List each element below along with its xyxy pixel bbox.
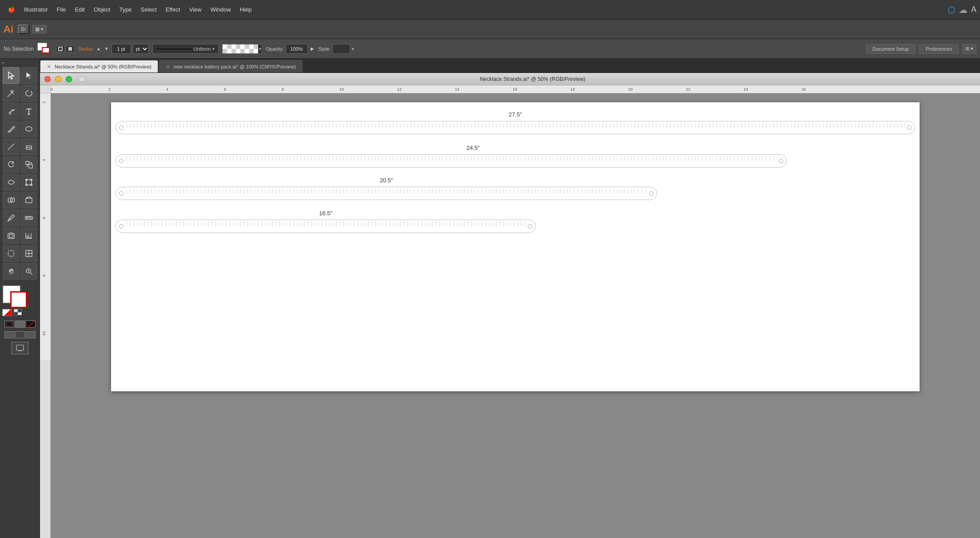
svg-text:24: 24 (744, 87, 748, 92)
measure-tool[interactable] (20, 209, 37, 226)
strand-3[interactable] (116, 187, 657, 200)
hand-tool[interactable] (3, 263, 20, 280)
svg-text:10: 10 (42, 331, 46, 336)
ai-logo: Ai (4, 24, 13, 35)
svg-rect-6 (31, 179, 32, 181)
menu-view[interactable]: View (185, 0, 206, 20)
eraser-tool[interactable] (20, 138, 37, 155)
tool-row-4 (3, 120, 37, 137)
direct-select-tool[interactable] (20, 67, 37, 84)
stroke-unit-select[interactable]: pt (133, 44, 149, 54)
fill-mode-buttons (56, 45, 75, 52)
bottom-icons (4, 321, 36, 328)
stroke-down[interactable]: ▼ (104, 46, 110, 51)
strand-1-right-circle (907, 125, 912, 130)
toolbox-collapse[interactable]: « (0, 60, 40, 65)
stroke-mode-button[interactable] (66, 45, 75, 52)
screen-mode-icon[interactable] (12, 342, 28, 354)
shape-builder-tool[interactable] (3, 192, 20, 209)
ruler-area: 0 2 4 6 8 10 12 14 16 18 20 22 24 26 (40, 85, 980, 93)
tab-battery-pack[interactable]: ✕ new necklace battery pack.ai* @ 100% (… (159, 60, 303, 72)
free-transform-tool[interactable] (20, 174, 37, 191)
menu-file[interactable]: File (52, 0, 70, 20)
swap-color-icon[interactable] (14, 309, 22, 315)
tab-title-2: new necklace battery pack.ai* @ 100% (CM… (174, 64, 296, 69)
window-header: Necklace Strands.ai* @ 50% (RGB/Preview) (40, 73, 980, 85)
secondary-toolbar: Ai Br ▦ ▾ (0, 20, 980, 39)
stroke-up[interactable]: ▲ (96, 46, 102, 51)
magic-wand-tool[interactable] (3, 85, 20, 102)
color-area (2, 285, 38, 316)
canvas-scroll[interactable]: 27.5" (51, 93, 980, 538)
minimize-button[interactable] (55, 76, 61, 82)
view-normal-icon[interactable] (4, 331, 14, 338)
rotate-tool[interactable] (3, 156, 20, 173)
menu-object[interactable]: Object (89, 0, 115, 20)
gray-fill-icon[interactable] (15, 321, 25, 328)
tab-close-1[interactable]: ✕ (47, 64, 51, 70)
stroke-none-icon[interactable] (4, 321, 14, 328)
menu-window[interactable]: Window (206, 0, 235, 20)
stroke-value-input[interactable] (112, 44, 131, 54)
select-tool[interactable] (3, 67, 20, 84)
opacity-value-input[interactable] (286, 44, 308, 54)
svg-text:10: 10 (339, 87, 344, 92)
tab-close-2[interactable]: ✕ (166, 64, 170, 70)
preferences-button[interactable]: Preferences (919, 44, 959, 54)
tool-row-12 (3, 263, 37, 280)
close-button[interactable] (44, 76, 51, 82)
maximize-button[interactable] (66, 76, 72, 82)
workspace-button[interactable]: ▦ ▾ (32, 25, 47, 33)
strand-1[interactable] (116, 121, 915, 134)
camera-tool[interactable] (3, 227, 20, 244)
tool-row-10 (3, 227, 37, 244)
tab-necklace-strands[interactable]: ✕ Necklace Strands.ai* @ 50% (RGB/Previe… (40, 60, 158, 72)
svg-rect-2 (26, 161, 29, 165)
pencil-tool[interactable] (3, 120, 20, 137)
reset-color-icon[interactable] (2, 309, 12, 316)
strand-2[interactable] (116, 154, 787, 168)
style-selector[interactable] (332, 44, 350, 54)
none-icon[interactable] (26, 321, 36, 328)
view-preview-icon[interactable] (15, 331, 25, 338)
pen-tool[interactable] (3, 103, 20, 120)
scale-tool[interactable] (20, 156, 37, 173)
eyedropper-tool[interactable] (3, 209, 20, 226)
stroke-style-selector[interactable]: Uniform ▾ (152, 44, 219, 54)
zoom-tool[interactable] (20, 263, 37, 280)
ellipse-tool[interactable] (20, 120, 37, 137)
menu-select[interactable]: Select (136, 0, 161, 20)
tool-row-6 (3, 156, 37, 173)
text-tool[interactable] (20, 103, 37, 120)
stroke-color[interactable] (10, 291, 27, 308)
apple-menu[interactable]: 🍎 (4, 0, 20, 20)
warp-tool[interactable] (3, 174, 20, 191)
menu-illustrator[interactable]: Illustrator (20, 0, 52, 20)
svg-rect-33 (40, 93, 51, 360)
line-tool[interactable] (3, 138, 20, 155)
opacity-arrow: ▾ (258, 47, 262, 51)
graph-tool[interactable] (20, 227, 37, 244)
perspective-tool[interactable] (20, 192, 37, 209)
strand-2-left-circle (119, 159, 123, 163)
menu-effect[interactable]: Effect (161, 0, 185, 20)
opacity-pattern-selector[interactable]: ▾ (222, 44, 262, 54)
document-icon (78, 76, 85, 82)
menu-type[interactable]: Type (115, 0, 136, 20)
view-options-button[interactable]: ⊞ ▾ (962, 44, 976, 54)
lasso-tool[interactable] (20, 85, 37, 102)
bridge-button[interactable]: Br (18, 24, 29, 34)
opacity-menu[interactable]: ▶ (310, 46, 315, 51)
svg-text:18: 18 (570, 87, 575, 92)
slice-tool[interactable] (20, 245, 37, 262)
fill-mode-button[interactable] (56, 45, 65, 52)
document-setup-button[interactable]: Document Setup (866, 44, 916, 54)
menu-help[interactable]: Help (235, 0, 256, 20)
view-outline-icon[interactable] (26, 331, 36, 338)
strand-4[interactable] (116, 220, 536, 233)
fill-stroke-indicator[interactable] (37, 43, 52, 55)
artboard-tool[interactable] (3, 245, 20, 262)
stroke-swatch[interactable] (42, 47, 50, 53)
svg-text:4: 4 (166, 87, 168, 92)
menu-edit[interactable]: Edit (70, 0, 89, 20)
